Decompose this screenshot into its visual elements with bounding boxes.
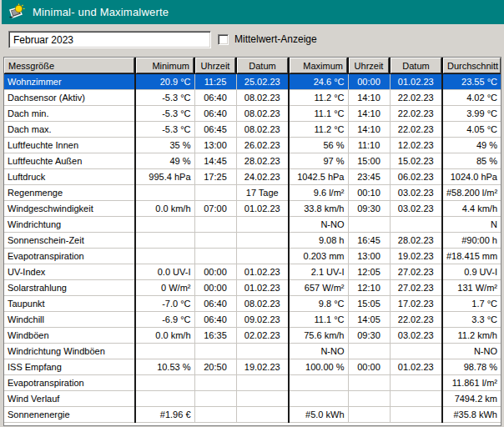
cell: 27.02.23 xyxy=(390,280,442,296)
cell xyxy=(236,375,289,391)
cell: Windrichtung xyxy=(4,217,135,233)
cell: 4.05 °C xyxy=(442,122,501,138)
table-row[interactable]: UV-Index0.0 UV-I00:0001.02.232.1 UV-I12:… xyxy=(4,264,501,280)
minmax-table-panel: MessgrößeMinimumUhrzeitDatumMaximumUhrze… xyxy=(3,57,501,426)
period-input[interactable] xyxy=(8,31,211,48)
cell: 3.3 °C xyxy=(442,312,501,328)
table-row[interactable]: Dachsensor (Aktiv)-5.3 °C06:4008.02.2311… xyxy=(4,90,501,106)
cell: 14:10 xyxy=(348,122,390,138)
cell: 49 % xyxy=(442,138,501,153)
table-row[interactable]: Windchill-6.9 °C06:4009.02.2311.1 °C14:0… xyxy=(4,312,501,328)
table-row[interactable]: Windrichtung WindböenN-NON-NO xyxy=(4,344,501,359)
table-row[interactable]: Wohnzimmer20.9 °C11:2525.02.2324.6 °C00:… xyxy=(4,74,501,90)
cell xyxy=(135,391,194,407)
mittelwert-checkbox-label: Mittelwert-Anzeige xyxy=(234,34,317,45)
table-row[interactable]: Windböen0.0 km/h16:3502.02.2375.6 km/h09… xyxy=(4,328,501,344)
table-row[interactable]: Sonnenschein-Zeit9.08 h16:4528.02.23#90:… xyxy=(4,233,501,249)
cell xyxy=(236,249,289,264)
table-row[interactable]: ISS Empfang10.53 %20:5019.02.23100.00 %0… xyxy=(4,359,501,375)
cell: 08.02.23 xyxy=(236,122,289,138)
table-row[interactable]: Luftfeuchte Innen35 %13:0026.02.2356 %11… xyxy=(4,138,501,153)
cell: 12.02.23 xyxy=(390,138,442,153)
column-header-messgr-e[interactable]: Messgröße xyxy=(4,58,135,74)
cell: 11:25 xyxy=(194,74,236,90)
cell xyxy=(236,407,289,423)
cell: 1024.0 hPa xyxy=(442,169,501,185)
cell: 06:45 xyxy=(194,122,236,138)
table-row[interactable]: Sonnenenergie#1.96 €#5.0 kWh#35.8 kWh xyxy=(4,407,501,423)
cell: -7.0 °C xyxy=(135,296,194,312)
cell: 15:00 xyxy=(348,153,390,169)
cell xyxy=(135,185,194,201)
table-row[interactable]: Solarstrahlung0 W/m²00:0001.02.23657 W/m… xyxy=(4,280,501,296)
table-row[interactable]: Dach max.-5.3 °C06:4508.02.2311.2 °C14:1… xyxy=(4,122,501,138)
cell: 22.02.23 xyxy=(390,106,442,122)
column-header-durchschnitt[interactable]: Durchschnitt xyxy=(442,58,501,74)
cell xyxy=(135,375,194,391)
table-row[interactable]: Regenmenge17 Tage9.6 l/m²00:1003.02.23#5… xyxy=(4,185,501,201)
cell: 06:40 xyxy=(194,296,236,312)
cell: 09.02.23 xyxy=(236,312,289,328)
table-row[interactable]: WindrichtungN-NON xyxy=(4,217,501,233)
cell: 17 Tage xyxy=(236,185,289,201)
weather-station-icon xyxy=(8,3,25,21)
table-row[interactable]: Windgeschwindigkeit0.0 km/h07:0001.02.23… xyxy=(4,201,501,217)
cell: 35 % xyxy=(135,138,194,153)
cell: -5.3 °C xyxy=(135,122,194,138)
column-header-maximum[interactable]: Maximum xyxy=(289,58,348,74)
cell: UV-Index xyxy=(4,264,135,280)
column-header-datum[interactable]: Datum xyxy=(390,58,442,74)
app-window: Minimal- und Maximalwerte Mittelwert-Anz… xyxy=(0,0,504,427)
cell xyxy=(390,375,442,391)
cell: 27.02.23 xyxy=(390,264,442,280)
cell: 02.02.23 xyxy=(236,328,289,344)
cell: Luftdruck xyxy=(4,169,135,185)
cell xyxy=(236,217,289,233)
column-header-minimum[interactable]: Minimum xyxy=(135,58,194,74)
table-row[interactable]: Dach min.-5.3 °C06:4008.02.2311.1 °C14:1… xyxy=(4,106,501,122)
cell: 100.00 % xyxy=(289,359,348,375)
cell: 06:40 xyxy=(194,312,236,328)
cell: 16:35 xyxy=(194,328,236,344)
cell: 28.02.23 xyxy=(390,233,442,249)
cell: 01.02.23 xyxy=(236,264,289,280)
table-row[interactable]: Evapotranspiration11.861 l/m² xyxy=(4,375,501,391)
cell: Wohnzimmer xyxy=(4,74,135,90)
cell xyxy=(236,391,289,407)
cell: 131 W/m² xyxy=(442,280,501,296)
table-row[interactable]: Luftfeuchte Außen49 %14:4528.02.2397 %15… xyxy=(4,153,501,169)
cell: N-NO xyxy=(289,344,348,359)
table-row[interactable]: Wind Verlauf7494.2 km xyxy=(4,391,501,407)
cell xyxy=(135,249,194,264)
cell xyxy=(194,344,236,359)
cell: 08.02.23 xyxy=(236,90,289,106)
cell: #5.0 kWh xyxy=(289,407,348,423)
column-header-uhrzeit[interactable]: Uhrzeit xyxy=(348,58,390,74)
cell: -6.9 °C xyxy=(135,312,194,328)
table-row[interactable]: Taupunkt-7.0 °C06:4008.02.239.8 °C15:051… xyxy=(4,296,501,312)
cell: 75.6 km/h xyxy=(289,328,348,344)
cell: 15.02.23 xyxy=(390,153,442,169)
cell: 657 W/m² xyxy=(289,280,348,296)
cell xyxy=(348,391,390,407)
cell: #58.200 l/m² xyxy=(442,185,501,201)
cell xyxy=(348,344,390,359)
column-header-uhrzeit[interactable]: Uhrzeit xyxy=(194,58,236,74)
column-header-datum[interactable]: Datum xyxy=(236,58,289,74)
table-header-row: MessgrößeMinimumUhrzeitDatumMaximumUhrze… xyxy=(4,58,501,74)
title-bar: Minimal- und Maximalwerte xyxy=(2,0,504,24)
cell xyxy=(390,217,442,233)
cell: -5.3 °C xyxy=(135,90,194,106)
cell: ISS Empfang xyxy=(4,359,135,375)
cell: 19.02.23 xyxy=(236,359,289,375)
cell xyxy=(194,375,236,391)
cell: 0.203 mm xyxy=(289,249,348,264)
cell: Luftfeuchte Außen xyxy=(4,153,135,169)
cell: 01.02.23 xyxy=(236,280,289,296)
cell xyxy=(289,375,348,391)
cell: 06:40 xyxy=(194,90,236,106)
table-row[interactable]: Evapotranspiration0.203 mm13:0019.02.23#… xyxy=(4,249,501,264)
table-row[interactable]: Luftdruck995.4 hPa17:2524.02.231042.5 hP… xyxy=(4,169,501,185)
cell: 00:00 xyxy=(194,280,236,296)
mittelwert-checkbox[interactable] xyxy=(218,34,229,45)
